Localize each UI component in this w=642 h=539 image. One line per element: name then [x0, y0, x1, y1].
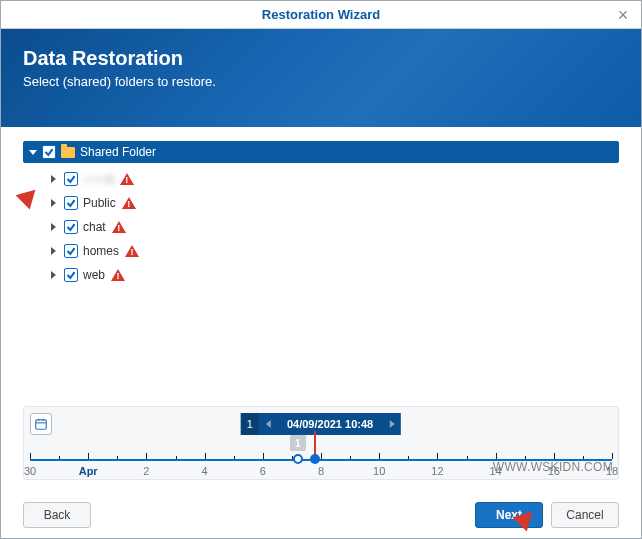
timeline-panel: 1 04/09/2021 10:48 1 30Apr24681012141618 — [23, 406, 619, 480]
tree-item-label: chat — [83, 220, 106, 234]
tree-row[interactable]: ——n — [51, 167, 619, 191]
warning-icon — [122, 197, 136, 209]
tree-row[interactable]: Public — [51, 191, 619, 215]
wizard-banner: Data Restoration Select (shared) folders… — [1, 29, 641, 127]
tick-label: 18 — [606, 465, 618, 477]
date-readout: 1 04/09/2021 10:48 — [241, 413, 401, 435]
warning-icon — [120, 173, 134, 185]
footer: Back Next Cancel — [1, 492, 641, 538]
restoration-wizard-window: Restoration Wizard × Data Restoration Se… — [0, 0, 642, 539]
chevron-right-icon[interactable] — [51, 175, 56, 183]
tick — [88, 453, 89, 459]
item-checkbox[interactable] — [64, 244, 78, 258]
tree-item-label: ——n — [83, 172, 114, 186]
tick-label: 10 — [373, 465, 385, 477]
item-checkbox[interactable] — [64, 196, 78, 210]
timeline-point-selected[interactable] — [310, 454, 320, 464]
tick-minor — [350, 456, 351, 459]
tree-item-label: homes — [83, 244, 119, 258]
close-icon[interactable]: × — [609, 1, 637, 29]
tick-label: 16 — [548, 465, 560, 477]
timeline-datetime: 04/09/2021 10:48 — [277, 413, 383, 435]
tick-label: 6 — [260, 465, 266, 477]
tick — [321, 453, 322, 459]
tick — [437, 453, 438, 459]
chevron-down-icon[interactable] — [29, 150, 37, 155]
timeline-point-open[interactable] — [293, 454, 303, 464]
warning-icon — [111, 269, 125, 281]
next-timestamp-button[interactable] — [383, 413, 401, 435]
tick-minor — [467, 456, 468, 459]
tick — [496, 453, 497, 459]
item-checkbox[interactable] — [64, 172, 78, 186]
chevron-right-icon[interactable] — [51, 223, 56, 231]
tree-root-label: Shared Folder — [80, 145, 613, 159]
tree-item-label: Public — [83, 196, 116, 210]
banner-subheading: Select (shared) folders to restore. — [23, 74, 619, 89]
tick-label: 14 — [489, 465, 501, 477]
tick — [205, 453, 206, 459]
warning-icon — [125, 245, 139, 257]
tick-minor — [292, 456, 293, 459]
tick-label: Apr — [79, 465, 98, 477]
warning-icon — [112, 221, 126, 233]
timeline-page: 1 — [241, 413, 259, 435]
tick-minor — [408, 456, 409, 459]
svg-rect-0 — [36, 420, 47, 429]
timeline-axis[interactable]: 1 30Apr24681012141618 — [30, 439, 612, 479]
tick-minor — [176, 456, 177, 459]
tick-minor — [234, 456, 235, 459]
banner-heading: Data Restoration — [23, 47, 619, 70]
cancel-button[interactable]: Cancel — [551, 502, 619, 528]
titlebar: Restoration Wizard × — [1, 1, 641, 29]
tree-row[interactable]: web — [51, 263, 619, 287]
tick — [263, 453, 264, 459]
tree-children: ——n Public chat homes — [23, 163, 619, 291]
tick-label: 8 — [318, 465, 324, 477]
chevron-right-icon[interactable] — [51, 199, 56, 207]
tree-row[interactable]: homes — [51, 239, 619, 263]
tick-label: 4 — [202, 465, 208, 477]
tick-label: 12 — [431, 465, 443, 477]
axis-line — [30, 459, 612, 461]
item-checkbox[interactable] — [64, 268, 78, 282]
tick — [379, 453, 380, 459]
tick — [612, 453, 613, 459]
item-checkbox[interactable] — [64, 220, 78, 234]
prev-timestamp-button[interactable] — [259, 413, 277, 435]
tick-minor — [583, 456, 584, 459]
tick — [30, 453, 31, 459]
folder-icon — [61, 147, 75, 158]
root-checkbox[interactable] — [42, 145, 56, 159]
chevron-right-icon[interactable] — [51, 271, 56, 279]
tree-root-row[interactable]: Shared Folder — [23, 141, 619, 163]
tick — [554, 453, 555, 459]
tick — [146, 453, 147, 459]
back-button[interactable]: Back — [23, 502, 91, 528]
tick-minor — [59, 456, 60, 459]
tick-label: 2 — [143, 465, 149, 477]
timeline-top: 1 04/09/2021 10:48 — [30, 411, 612, 437]
tree-row[interactable]: chat — [51, 215, 619, 239]
tick-minor — [117, 456, 118, 459]
window-title: Restoration Wizard — [262, 7, 380, 22]
chevron-right-icon[interactable] — [51, 247, 56, 255]
timeline-handle[interactable]: 1 — [290, 435, 306, 451]
tree-item-label: web — [83, 268, 105, 282]
tick-minor — [525, 456, 526, 459]
calendar-icon[interactable] — [30, 413, 52, 435]
tick-label: 30 — [24, 465, 36, 477]
